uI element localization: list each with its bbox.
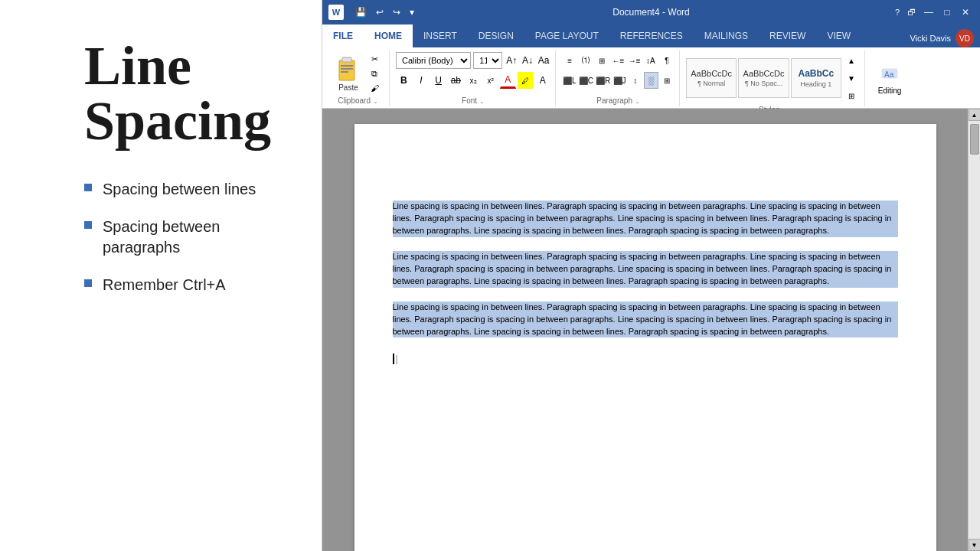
vertical-scrollbar: ▲ ▼ [968,109,980,551]
styles-scroll-btns: ▲ ▼ ⊞ [843,52,860,104]
font-group: Calibri (Body) 11 A↑ A↓ Aa B I U ab x₂ x… [391,51,556,106]
style-no-spacing[interactable]: AaBbCcDc ¶ No Spac... [738,58,789,98]
avatar: VD [956,29,974,47]
tab-design[interactable]: DESIGN [468,24,524,47]
document-content[interactable]: Line spacing is spacing in between lines… [322,109,968,551]
show-marks-button[interactable]: ¶ [659,52,675,69]
clipboard-small-btns: ✂ ⧉ 🖌 [367,52,382,95]
bullet-item-2: Spacing between paragraphs [84,217,291,258]
bold-button[interactable]: B [396,72,412,89]
svg-rect-1 [342,57,351,62]
font-name-selector[interactable]: Calibri (Body) [396,52,471,69]
font-row-2: B I U ab x₂ x² A 🖊 A [396,72,550,89]
tab-references[interactable]: REFERENCES [609,24,694,47]
tab-insert[interactable]: INSERT [413,24,468,47]
save-qa-btn[interactable]: 💾 [353,7,369,18]
align-left-button[interactable]: ⬛L [562,72,577,89]
bullets-button[interactable]: ≡ [562,52,577,69]
document-page[interactable]: Line spacing is spacing in between lines… [354,124,936,551]
editing-controls: Aa Editing [871,52,908,105]
scroll-down-button[interactable]: ▼ [969,539,981,551]
paragraph-1[interactable]: Line spacing is spacing in between lines… [393,201,898,237]
style-normal-name: ¶ Normal [697,80,725,87]
bullet-text-2: Spacing between paragraphs [103,217,291,258]
minimize-button[interactable]: — [920,4,937,21]
increase-font-button[interactable]: A↑ [505,53,518,68]
borders-button[interactable]: ⊞ [659,72,675,89]
tab-file[interactable]: FILE [322,24,364,47]
underline-button[interactable]: U [430,72,446,89]
cut-button[interactable]: ✂ [367,52,382,66]
paste-button[interactable]: Paste [332,54,365,93]
document-area: Line spacing is spacing in between lines… [322,109,980,551]
copy-button[interactable]: ⧉ [367,67,382,80]
undo-qa-btn[interactable]: ↩ [374,7,386,18]
align-right-button[interactable]: ⬛R [595,72,611,89]
document-title: Document4 - Word [612,7,689,18]
paragraph-2[interactable]: Line spacing is spacing in between lines… [393,251,898,288]
tab-review[interactable]: REVIEW [759,24,816,47]
para-row-2: ⬛L ⬛C ⬛R ⬛J ↕ ░ ⊞ [562,72,675,89]
tab-home[interactable]: HOME [364,24,413,47]
title-line1: Line [84,35,191,96]
increase-indent-button[interactable]: →≡ [627,52,642,69]
justify-button[interactable]: ⬛J [612,72,627,89]
scroll-up-button[interactable]: ▲ [969,109,981,121]
font-size-selector[interactable]: 11 [473,52,502,69]
font-controls: Calibri (Body) 11 A↑ A↓ Aa B I U ab x₂ x… [396,52,550,95]
more-qa-btn[interactable]: ▾ [407,7,416,18]
scroll-thumb[interactable] [970,124,979,155]
style-normal-preview: AaBbCcDc [691,69,732,78]
redo-qa-btn[interactable]: ↪ [390,7,403,18]
text-color-button[interactable]: A [500,72,516,89]
italic-button[interactable]: I [413,72,430,89]
decrease-indent-button[interactable]: ←≡ [610,52,626,69]
tab-mailings[interactable]: MAILINGS [694,24,759,47]
close-button[interactable]: ✕ [957,4,974,21]
strikethrough-button[interactable]: ab [448,72,464,89]
tab-view[interactable]: VIEW [816,24,861,47]
superscript-button[interactable]: x² [482,72,498,89]
line-spacing-button[interactable]: ↕ [628,72,643,89]
clipboard-inner: Paste ✂ ⧉ 🖌 [332,52,384,95]
styles-scroll-up[interactable]: ▲ [843,52,860,69]
numbered-list-button[interactable]: ⑴ [578,52,593,69]
style-no-spacing-name: ¶ No Spac... [745,80,782,87]
scroll-track [969,121,981,539]
bullet-item-1: Spacing between lines [84,179,291,200]
svg-rect-3 [341,68,353,70]
help-btn[interactable]: ? [895,8,900,17]
bullet-icon-2 [84,221,92,229]
editing-button[interactable]: Aa Editing [869,59,910,99]
styles-more[interactable]: ⊞ [843,87,860,104]
align-center-button[interactable]: ⬛C [578,72,594,89]
font-row-1: Calibri (Body) 11 A↑ A↓ Aa [396,52,550,69]
paragraph-3[interactable]: Line spacing is spacing in between lines… [393,302,898,338]
style-normal[interactable]: AaBbCcDc ¶ Normal [686,58,737,98]
style-heading1[interactable]: AaBbCc Heading 1 [791,58,841,98]
tab-page-layout[interactable]: PAGE LAYOUT [524,24,609,47]
sort-button[interactable]: ↕A [643,52,658,69]
subscript-button[interactable]: x₂ [466,72,482,89]
multilevel-list-button[interactable]: ⊞ [594,52,609,69]
restore-restore-icon: 🗗 [907,8,916,17]
shading-button[interactable]: ░ [644,72,659,89]
ribbon-content: Paste ✂ ⧉ 🖌 Clipboard ⌄ Calibri (Body) [322,47,980,109]
decrease-font-button[interactable]: A↓ [521,53,534,68]
styles-scroll-down[interactable]: ▼ [843,70,860,86]
text-highlight-button[interactable]: 🖊 [518,72,534,89]
bullet-text-1: Spacing between lines [103,179,256,200]
clear-format-button[interactable]: Aa [537,53,550,68]
font-color-button[interactable]: A [534,72,550,89]
paragraph-expand-icon[interactable]: ⌄ [635,98,640,105]
styles-group: AaBbCcDc ¶ Normal AaBbCcDc ¶ No Spac... … [681,51,865,106]
user-name: Vicki Davis [910,34,951,43]
font-expand-icon[interactable]: ⌄ [479,98,485,105]
clipboard-expand-icon[interactable]: ⌄ [373,98,378,105]
bullet-item-3: Remember Ctrl+A [84,275,291,295]
editing-label: Editing [878,86,902,95]
format-painter-button[interactable]: 🖌 [367,81,382,95]
svg-rect-2 [341,65,353,67]
title-bar-controls: ? 🗗 — □ ✕ [895,4,974,21]
maximize-button[interactable]: □ [939,4,956,21]
